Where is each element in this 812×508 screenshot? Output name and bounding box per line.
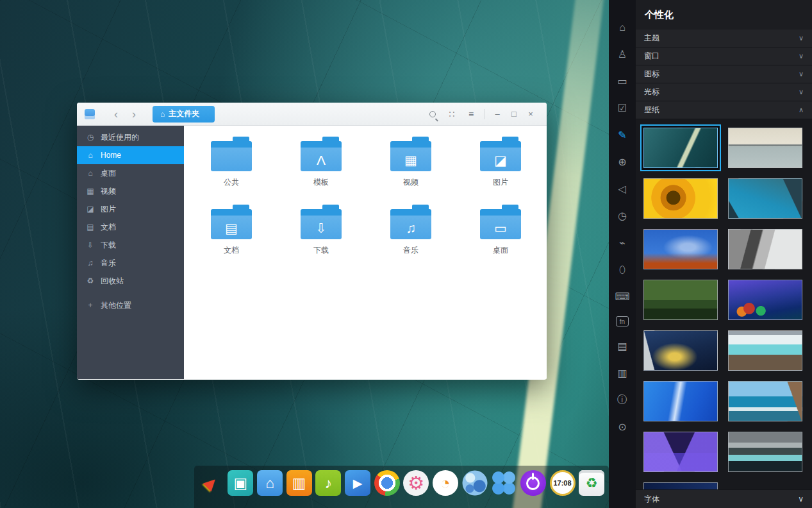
shortcuts-icon[interactable]: fn bbox=[616, 316, 629, 326]
section-list: 主题 ∨ 窗口 ∨ 图标 ∨ 光标 ∨ bbox=[636, 30, 812, 119]
folder-documents[interactable]: ▤ 文档 bbox=[186, 201, 276, 269]
hdr-village-sky[interactable] bbox=[643, 229, 718, 269]
location-tab[interactable]: ⌂ 主文件夹 bbox=[153, 106, 215, 123]
datetime-icon[interactable]: ◷ bbox=[615, 208, 630, 223]
folder-badge-glyph: ⇩ bbox=[301, 217, 342, 239]
chrome-icon[interactable] bbox=[373, 468, 401, 498]
location-tab-label: 主文件夹 bbox=[169, 108, 199, 119]
folder-templates[interactable]: Λ 模板 bbox=[276, 133, 366, 201]
section-row[interactable]: 主题 ∨ bbox=[636, 30, 812, 47]
sidebar-item-icon: ⌂ bbox=[86, 169, 95, 178]
sunflower[interactable] bbox=[643, 178, 718, 219]
shutdown-dock-icon[interactable] bbox=[519, 468, 547, 498]
foggy-cliff[interactable] bbox=[728, 229, 802, 269]
folder-pictures[interactable]: ◪ 图片 bbox=[456, 133, 545, 201]
chevron-down-icon: ∨ bbox=[798, 495, 804, 504]
orange-swirl-app-icon[interactable]: ◔ bbox=[431, 468, 460, 498]
personalization-icon[interactable]: ✎ bbox=[615, 128, 630, 142]
sidebar-item-downloads[interactable]: ⇩ 下载 bbox=[77, 236, 184, 254]
app-store-icon[interactable]: ▥ bbox=[285, 468, 313, 498]
sidebar-item-icon: ◷ bbox=[86, 133, 95, 142]
folder-public[interactable]: 公共 bbox=[186, 133, 276, 201]
sidebar-item-trash[interactable]: ♻ 回收站 bbox=[77, 272, 184, 290]
rocky-coast-waves[interactable] bbox=[728, 381, 802, 421]
folder-label: 音乐 bbox=[366, 245, 456, 256]
section-row[interactable]: 壁纸 ∧ bbox=[636, 101, 812, 119]
window-body: ◷ 最近使用的 ⌂ Home ⌂ 桌面 ▦ 视 bbox=[77, 126, 547, 379]
display-icon[interactable]: ▭ bbox=[615, 74, 630, 89]
folder-desktop[interactable]: ▭ 桌面 bbox=[456, 201, 545, 269]
menu-icon[interactable]: ≡ bbox=[461, 109, 481, 119]
workspaces-icon[interactable] bbox=[490, 468, 518, 498]
folder-badge-glyph: ▦ bbox=[390, 149, 431, 171]
sidebar-item-label: Home bbox=[101, 151, 121, 160]
pier-over-sea[interactable] bbox=[728, 128, 802, 168]
file-manager-window: ‹ › ⌂ 主文件夹 ∷ ≡ bbox=[77, 103, 547, 380]
section-row[interactable]: 窗口 ∨ bbox=[636, 47, 812, 65]
sidebar-item-desktop[interactable]: ⌂ 桌面 bbox=[77, 164, 184, 182]
folder-label: 视频 bbox=[366, 177, 456, 188]
desktop: ▲ ▣ ⌂ ▥ ♪ bbox=[0, 0, 812, 508]
music-player-icon[interactable]: ♪ bbox=[315, 468, 343, 498]
file-manager-icon[interactable]: ⌂ bbox=[256, 468, 284, 498]
dock: ▲ ▣ ⌂ ▥ ♪ bbox=[194, 466, 609, 508]
forest-river[interactable] bbox=[643, 280, 718, 320]
forward-button[interactable]: › bbox=[128, 108, 140, 120]
window-titlebar[interactable]: ‹ › ⌂ 主文件夹 ∷ ≡ bbox=[77, 103, 547, 126]
remote-assistance-icon[interactable]: ▥ bbox=[615, 366, 630, 380]
maximize-button[interactable]: □ bbox=[506, 109, 522, 119]
night-plants-abstract[interactable] bbox=[728, 280, 802, 320]
sidebar-item-recent[interactable]: ◷ 最近使用的 bbox=[77, 128, 184, 146]
sidebar-item-icon: ♻ bbox=[86, 276, 95, 285]
folder-icon: ⇩ bbox=[301, 209, 342, 239]
minimize-button[interactable]: – bbox=[489, 109, 506, 119]
view-mode-icon[interactable]: ∷ bbox=[442, 109, 461, 119]
movie-player-icon[interactable]: ▶ bbox=[344, 468, 372, 498]
sound-icon[interactable]: ◁ bbox=[615, 182, 630, 196]
folder-music[interactable]: ♫ 音乐 bbox=[366, 201, 456, 269]
boot-menu-icon[interactable]: ▤ bbox=[615, 339, 630, 353]
clock-icon[interactable]: 17:08 bbox=[549, 468, 577, 498]
system-info-icon[interactable]: ⓘ bbox=[615, 393, 630, 407]
sidebar-item-pictures[interactable]: ◪ 图片 bbox=[77, 200, 184, 218]
teal-glass-current[interactable] bbox=[643, 128, 718, 168]
default-apps-icon[interactable]: ☑ bbox=[615, 101, 630, 115]
building-corner-sky[interactable] bbox=[728, 178, 802, 219]
back-button[interactable]: ‹ bbox=[110, 108, 122, 120]
turquoise-glacier[interactable] bbox=[728, 330, 802, 371]
dark-blue-partial[interactable] bbox=[643, 482, 718, 489]
home-icon[interactable]: ⌂ bbox=[615, 20, 630, 35]
control-center-gear-icon[interactable]: ⚙ bbox=[402, 468, 430, 498]
fonts-section-row[interactable]: 字体 ∨ bbox=[636, 489, 812, 508]
close-button[interactable]: × bbox=[522, 109, 539, 119]
keyboard-icon[interactable]: ⌨ bbox=[615, 289, 630, 304]
accounts-icon[interactable]: ♙ bbox=[615, 47, 630, 62]
network-icon[interactable]: ⊕ bbox=[615, 155, 630, 169]
section-row[interactable]: 图标 ∨ bbox=[636, 65, 812, 83]
section-row[interactable]: 光标 ∨ bbox=[636, 83, 812, 101]
sidebar-item-music[interactable]: ♫ 音乐 bbox=[77, 254, 184, 272]
folder-videos[interactable]: ▦ 视频 bbox=[366, 133, 456, 201]
dock-item-icon: ◔ bbox=[433, 470, 458, 496]
folder-downloads[interactable]: ⇩ 下载 bbox=[276, 201, 366, 269]
mouse-icon[interactable]: ⬯ bbox=[615, 262, 630, 277]
sidebar-item-videos[interactable]: ▦ 视频 bbox=[77, 182, 184, 200]
browser-globe-icon[interactable] bbox=[461, 468, 489, 498]
sidebar-item-documents[interactable]: ▤ 文档 bbox=[77, 218, 184, 236]
sidebar-item-icon: ⌂ bbox=[86, 151, 95, 160]
trash-icon[interactable]: ♻ bbox=[577, 468, 606, 498]
sidebar-item-other-locations[interactable]: + 其他位置 bbox=[77, 296, 184, 314]
multitasking-icon[interactable]: ▣ bbox=[227, 468, 255, 498]
storm-glacier[interactable] bbox=[728, 432, 802, 472]
dock-item-glyph: ◔ bbox=[440, 473, 451, 493]
lowpoly-purple-mountains[interactable] bbox=[643, 432, 718, 472]
sidebar-item-label: 桌面 bbox=[101, 168, 116, 179]
dock-item-glyph: ▣ bbox=[234, 475, 248, 492]
launcher-icon[interactable]: ▲ bbox=[197, 468, 226, 498]
sidebar-item-home[interactable]: ⌂ Home bbox=[77, 146, 184, 164]
search-icon[interactable] bbox=[423, 109, 442, 119]
underwater-sailfish[interactable] bbox=[643, 381, 718, 421]
shutdown-icon[interactable]: ⊙ bbox=[615, 419, 630, 434]
power-icon[interactable]: ⌁ bbox=[615, 235, 630, 250]
night-coastal-town[interactable] bbox=[643, 330, 718, 371]
